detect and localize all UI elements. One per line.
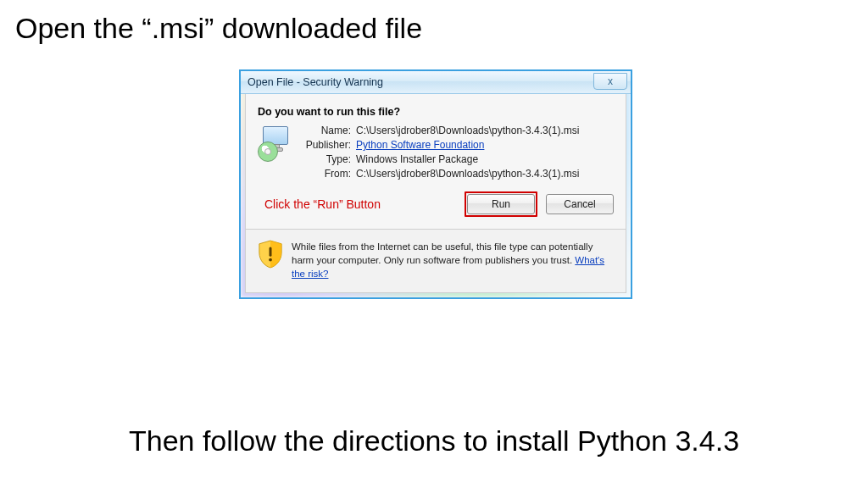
close-button[interactable]: x — [593, 73, 627, 90]
run-button[interactable]: Run — [467, 194, 535, 214]
warning-text: While files from the Internet can be use… — [292, 241, 593, 265]
publisher-link[interactable]: Python Software Foundation — [356, 139, 484, 151]
dialog-body: Do you want to run this file? Name: C:\U… — [245, 94, 626, 293]
shield-warning-icon — [258, 240, 283, 269]
file-info-grid: Name: C:\Users\jdrober8\Downloads\python… — [246, 125, 626, 183]
name-value: C:\Users\jdrober8\Downloads\python-3.4.3… — [356, 125, 614, 136]
titlebar: Open File - Security Warning x — [241, 71, 631, 94]
run-button-highlight: Run — [465, 191, 537, 217]
publisher-label: Publisher: — [305, 139, 356, 151]
close-icon: x — [608, 75, 613, 87]
cancel-button[interactable]: Cancel — [546, 194, 614, 214]
type-value: Windows Installer Package — [356, 153, 614, 165]
svg-point-0 — [269, 258, 272, 262]
warning-text-block: While files from the Internet can be use… — [292, 240, 614, 280]
warning-panel: While files from the Internet can be use… — [246, 230, 626, 292]
window-title: Open File - Security Warning — [241, 76, 383, 88]
from-value: C:\Users\jdrober8\Downloads\python-3.4.3… — [356, 168, 614, 180]
security-warning-dialog: Open File - Security Warning x Do you wa… — [239, 69, 632, 299]
prompt-text: Do you want to run this file? — [246, 94, 626, 125]
slide-heading: Open the “.msi” downloaded file — [15, 12, 422, 45]
svg-rect-1 — [270, 247, 272, 257]
slide-footer: Then follow the directions to install Py… — [129, 424, 739, 458]
type-label: Type: — [305, 153, 356, 165]
from-label: From: — [305, 168, 356, 180]
run-annotation: Click the “Run” Button — [258, 197, 456, 211]
name-label: Name: — [305, 125, 356, 136]
button-row: Click the “Run” Button Run Cancel — [246, 183, 626, 229]
installer-icon — [258, 125, 305, 180]
